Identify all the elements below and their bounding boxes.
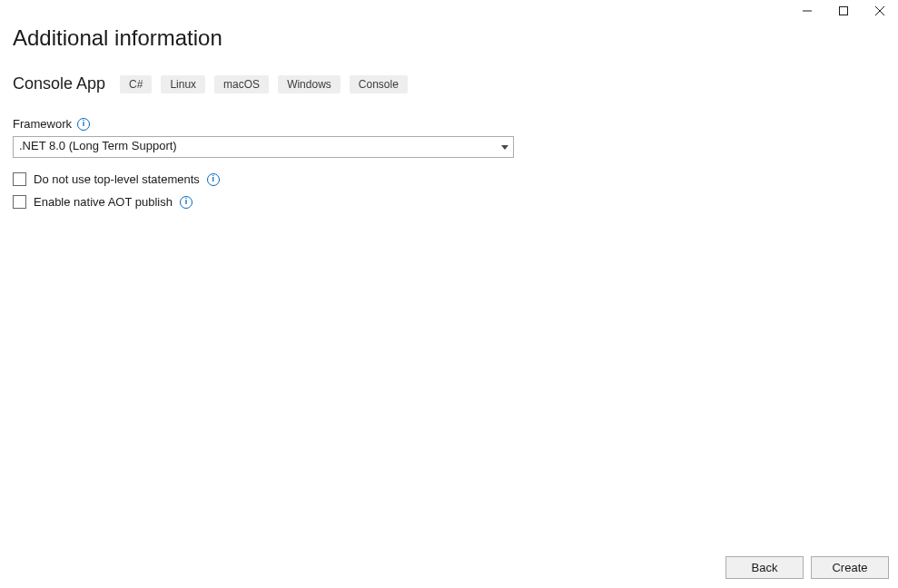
window-controls [789,0,898,27]
aot-publish-checkbox[interactable] [13,195,26,209]
create-button[interactable]: Create [811,556,889,579]
tag-macos: macOS [214,75,269,93]
subtitle-row: Console App C# Linux macOS Windows Conso… [13,74,885,93]
top-level-statements-checkbox[interactable] [13,172,26,186]
aot-publish-label: Enable native AOT publish [34,195,173,209]
framework-select-wrap: .NET 8.0 (Long Term Support) [13,136,514,158]
tag-console: Console [350,75,408,93]
tag-windows: Windows [278,75,340,93]
back-button[interactable]: Back [725,556,804,579]
aot-publish-row: Enable native AOT publish i [13,195,885,209]
maximize-icon [839,6,848,15]
framework-label: Framework [13,117,72,131]
framework-select[interactable]: .NET 8.0 (Long Term Support) [13,136,514,158]
page-title: Additional information [13,25,885,51]
minimize-button[interactable] [789,0,825,22]
info-icon[interactable]: i [180,196,192,209]
close-button[interactable] [862,0,898,22]
tag-linux: Linux [161,75,205,93]
maximize-button[interactable] [825,0,862,22]
info-icon[interactable]: i [207,173,220,186]
framework-label-row: Framework i [13,117,885,131]
top-level-statements-label: Do not use top-level statements [34,172,200,186]
svg-rect-1 [840,7,848,15]
project-type-label: Console App [13,74,105,93]
top-level-statements-row: Do not use top-level statements i [13,172,885,186]
tag-csharp: C# [120,75,152,93]
close-icon [875,6,884,15]
footer-buttons: Back Create [725,556,889,579]
minimize-icon [803,6,812,15]
info-icon[interactable]: i [77,118,90,131]
main-content: Additional information Console App C# Li… [0,0,898,209]
